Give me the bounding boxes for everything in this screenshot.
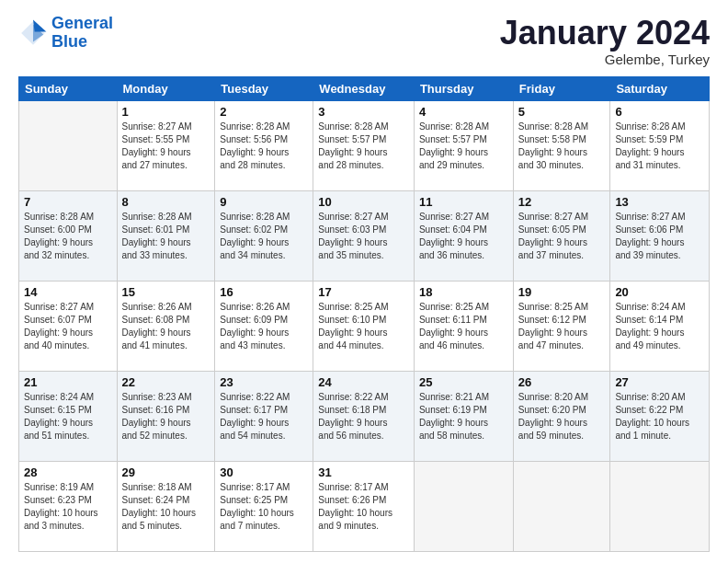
day-number: 16 [220, 285, 308, 299]
day-number: 18 [419, 285, 508, 299]
calendar-cell: 20Sunrise: 8:24 AM Sunset: 6:14 PM Dayli… [610, 281, 710, 371]
weekday-header-thursday: Thursday [414, 76, 513, 100]
day-number: 9 [220, 195, 308, 209]
day-info: Sunrise: 8:28 AM Sunset: 5:58 PM Dayligh… [518, 121, 606, 172]
day-info: Sunrise: 8:20 AM Sunset: 6:20 PM Dayligh… [518, 391, 606, 442]
calendar-cell: 4Sunrise: 8:28 AM Sunset: 5:57 PM Daylig… [414, 100, 513, 190]
day-info: Sunrise: 8:24 AM Sunset: 6:15 PM Dayligh… [24, 391, 112, 442]
day-info: Sunrise: 8:27 AM Sunset: 5:55 PM Dayligh… [122, 121, 210, 172]
day-info: Sunrise: 8:28 AM Sunset: 6:00 PM Dayligh… [24, 211, 112, 262]
day-number: 21 [24, 375, 112, 389]
weekday-header-monday: Monday [117, 76, 215, 100]
calendar-cell: 10Sunrise: 8:27 AM Sunset: 6:03 PM Dayli… [313, 190, 415, 281]
day-info: Sunrise: 8:28 AM Sunset: 5:57 PM Dayligh… [318, 121, 409, 172]
logo-line2: Blue [51, 32, 87, 51]
day-info: Sunrise: 8:28 AM Sunset: 6:01 PM Dayligh… [122, 211, 210, 262]
weekday-header-wednesday: Wednesday [313, 76, 415, 100]
weekday-header-friday: Friday [513, 76, 610, 100]
day-number: 10 [318, 195, 409, 209]
calendar-cell: 11Sunrise: 8:27 AM Sunset: 6:04 PM Dayli… [414, 190, 513, 281]
day-number: 11 [419, 195, 508, 209]
calendar-cell: 7Sunrise: 8:28 AM Sunset: 6:00 PM Daylig… [19, 190, 118, 281]
calendar-cell: 18Sunrise: 8:25 AM Sunset: 6:11 PM Dayli… [414, 281, 513, 371]
header: General Blue January 2024 Gelembe, Turke… [18, 15, 710, 67]
day-number: 1 [122, 105, 210, 119]
day-info: Sunrise: 8:17 AM Sunset: 6:26 PM Dayligh… [318, 481, 409, 533]
day-number: 3 [318, 105, 409, 119]
day-number: 31 [318, 465, 409, 479]
calendar-cell: 2Sunrise: 8:28 AM Sunset: 5:56 PM Daylig… [215, 100, 313, 190]
day-number: 26 [518, 375, 606, 389]
calendar-cell: 13Sunrise: 8:27 AM Sunset: 6:06 PM Dayli… [610, 190, 710, 281]
day-info: Sunrise: 8:17 AM Sunset: 6:25 PM Dayligh… [220, 481, 308, 533]
day-info: Sunrise: 8:25 AM Sunset: 6:10 PM Dayligh… [318, 301, 409, 352]
calendar-week-row: 1Sunrise: 8:27 AM Sunset: 5:55 PM Daylig… [19, 100, 710, 190]
calendar-cell: 21Sunrise: 8:24 AM Sunset: 6:15 PM Dayli… [19, 371, 118, 461]
day-info: Sunrise: 8:28 AM Sunset: 5:57 PM Dayligh… [419, 121, 508, 172]
day-info: Sunrise: 8:26 AM Sunset: 6:08 PM Dayligh… [122, 301, 210, 352]
day-info: Sunrise: 8:25 AM Sunset: 6:11 PM Dayligh… [419, 301, 508, 352]
calendar-cell: 14Sunrise: 8:27 AM Sunset: 6:07 PM Dayli… [19, 281, 118, 371]
calendar-cell: 6Sunrise: 8:28 AM Sunset: 5:59 PM Daylig… [610, 100, 710, 190]
day-info: Sunrise: 8:27 AM Sunset: 6:07 PM Dayligh… [24, 301, 112, 352]
calendar-cell: 12Sunrise: 8:27 AM Sunset: 6:05 PM Dayli… [513, 190, 610, 281]
day-number: 28 [24, 465, 112, 479]
day-number: 27 [615, 375, 704, 389]
calendar-cell [414, 461, 513, 551]
day-info: Sunrise: 8:23 AM Sunset: 6:16 PM Dayligh… [122, 391, 210, 442]
calendar-week-row: 14Sunrise: 8:27 AM Sunset: 6:07 PM Dayli… [19, 281, 710, 371]
day-number: 24 [318, 375, 409, 389]
day-info: Sunrise: 8:25 AM Sunset: 6:12 PM Dayligh… [518, 301, 606, 352]
weekday-header-tuesday: Tuesday [215, 76, 313, 100]
day-number: 5 [518, 105, 606, 119]
day-number: 23 [220, 375, 308, 389]
calendar-cell: 3Sunrise: 8:28 AM Sunset: 5:57 PM Daylig… [313, 100, 415, 190]
day-info: Sunrise: 8:27 AM Sunset: 6:03 PM Dayligh… [318, 211, 409, 262]
day-info: Sunrise: 8:21 AM Sunset: 6:19 PM Dayligh… [419, 391, 508, 442]
day-number: 14 [24, 285, 112, 299]
day-info: Sunrise: 8:19 AM Sunset: 6:23 PM Dayligh… [24, 481, 112, 533]
day-info: Sunrise: 8:22 AM Sunset: 6:18 PM Dayligh… [318, 391, 409, 442]
day-number: 25 [419, 375, 508, 389]
weekday-header-saturday: Saturday [610, 76, 710, 100]
day-info: Sunrise: 8:28 AM Sunset: 5:59 PM Dayligh… [615, 121, 704, 172]
logo-text: General Blue [51, 15, 113, 52]
logo-icon [18, 18, 48, 48]
day-number: 4 [419, 105, 508, 119]
title-block: January 2024 Gelembe, Turkey [500, 15, 710, 67]
day-info: Sunrise: 8:27 AM Sunset: 6:05 PM Dayligh… [518, 211, 606, 262]
logo-line1: General [51, 14, 113, 32]
day-info: Sunrise: 8:27 AM Sunset: 6:04 PM Dayligh… [419, 211, 508, 262]
day-number: 30 [220, 465, 308, 479]
calendar-cell: 22Sunrise: 8:23 AM Sunset: 6:16 PM Dayli… [117, 371, 215, 461]
calendar-cell [513, 461, 610, 551]
calendar-cell [610, 461, 710, 551]
day-number: 17 [318, 285, 409, 299]
calendar-cell: 28Sunrise: 8:19 AM Sunset: 6:23 PM Dayli… [19, 461, 118, 551]
day-info: Sunrise: 8:18 AM Sunset: 6:24 PM Dayligh… [122, 481, 210, 533]
day-info: Sunrise: 8:22 AM Sunset: 6:17 PM Dayligh… [220, 391, 308, 442]
calendar-cell: 9Sunrise: 8:28 AM Sunset: 6:02 PM Daylig… [215, 190, 313, 281]
day-info: Sunrise: 8:24 AM Sunset: 6:14 PM Dayligh… [615, 301, 704, 352]
calendar-cell: 24Sunrise: 8:22 AM Sunset: 6:18 PM Dayli… [313, 371, 415, 461]
day-number: 13 [615, 195, 704, 209]
calendar-cell: 1Sunrise: 8:27 AM Sunset: 5:55 PM Daylig… [117, 100, 215, 190]
location-subtitle: Gelembe, Turkey [500, 52, 710, 67]
weekday-header-row: SundayMondayTuesdayWednesdayThursdayFrid… [19, 76, 710, 100]
calendar-cell: 16Sunrise: 8:26 AM Sunset: 6:09 PM Dayli… [215, 281, 313, 371]
day-info: Sunrise: 8:20 AM Sunset: 6:22 PM Dayligh… [615, 391, 704, 442]
calendar-week-row: 28Sunrise: 8:19 AM Sunset: 6:23 PM Dayli… [19, 461, 710, 551]
calendar-cell [19, 100, 118, 190]
calendar-week-row: 7Sunrise: 8:28 AM Sunset: 6:00 PM Daylig… [19, 190, 710, 281]
calendar-cell: 25Sunrise: 8:21 AM Sunset: 6:19 PM Dayli… [414, 371, 513, 461]
day-number: 19 [518, 285, 606, 299]
day-number: 15 [122, 285, 210, 299]
calendar-cell: 29Sunrise: 8:18 AM Sunset: 6:24 PM Dayli… [117, 461, 215, 551]
day-number: 2 [220, 105, 308, 119]
calendar-cell: 27Sunrise: 8:20 AM Sunset: 6:22 PM Dayli… [610, 371, 710, 461]
day-number: 22 [122, 375, 210, 389]
calendar-cell: 23Sunrise: 8:22 AM Sunset: 6:17 PM Dayli… [215, 371, 313, 461]
calendar-cell: 31Sunrise: 8:17 AM Sunset: 6:26 PM Dayli… [313, 461, 415, 551]
day-number: 12 [518, 195, 606, 209]
page: General Blue January 2024 Gelembe, Turke… [0, 0, 728, 563]
